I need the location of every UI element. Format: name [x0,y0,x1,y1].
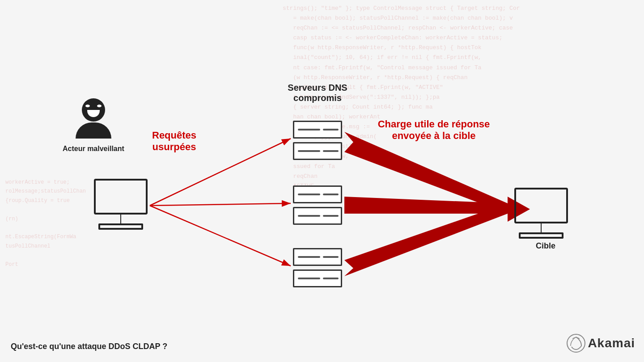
akamai-circle-icon [566,333,586,353]
target-computer-neck [541,223,542,232]
actor-label: Acteur malveillant [63,145,124,153]
computer-stand-base [98,223,143,230]
dns-servers-label: Serveurs DNS compromis [277,83,358,103]
dns-group-top [293,121,342,160]
server-line-short [323,150,339,152]
svg-marker-7 [344,203,508,276]
bottom-question-label: Qu'est-ce qu'une attaque DDoS CLDAP ? [11,342,167,351]
server-line [298,194,320,195]
person-mask [87,110,100,117]
computer-screen [94,179,148,215]
requetes-label: Requêtes usurpées [152,130,196,153]
server-block-bot-1 [293,248,342,266]
person-head [82,98,105,122]
code-background-left: workerActive = true; rolMessage;statusPo… [0,174,89,362]
server-line-short [323,215,339,217]
code-background-right: strings(); "time" }; type ControlMessage… [277,0,644,362]
server-line [298,256,320,258]
server-line [298,129,320,130]
person-icon [76,98,111,139]
svg-marker-6 [344,197,508,214]
dns-group-bottom [293,248,342,287]
cible-label: Cible [519,241,572,251]
computer-stand-neck [120,215,121,223]
actor-computer [94,179,148,230]
server-line-short [323,129,339,130]
server-block-top-2 [293,142,342,160]
server-line [298,150,320,152]
target-computer-screen [514,188,568,223]
svg-line-4 [150,206,291,266]
server-line-short [323,256,339,258]
attacker-computer-icon [94,179,148,230]
akamai-text: Akamai [588,336,635,350]
target-computer-stand [519,232,564,239]
svg-marker-5 [344,132,508,214]
person-body [76,122,111,139]
akamai-logo: Akamai [566,333,635,353]
server-line-short [323,278,339,279]
server-block-top-1 [293,121,342,139]
target-computer [514,188,568,239]
server-block-mid-1 [293,185,342,203]
server-line [298,215,320,217]
server-line [298,278,320,279]
target-computer-icon [514,188,568,239]
charge-utile-label: Charge utile de réponse envoyée à la cib… [371,118,496,142]
server-block-mid-2 [293,207,342,225]
svg-line-3 [150,203,291,206]
dns-group-mid [293,185,342,225]
server-block-bot-2 [293,269,342,287]
server-line-short [323,194,339,195]
actor-section: Acteur malveillant [63,98,124,153]
